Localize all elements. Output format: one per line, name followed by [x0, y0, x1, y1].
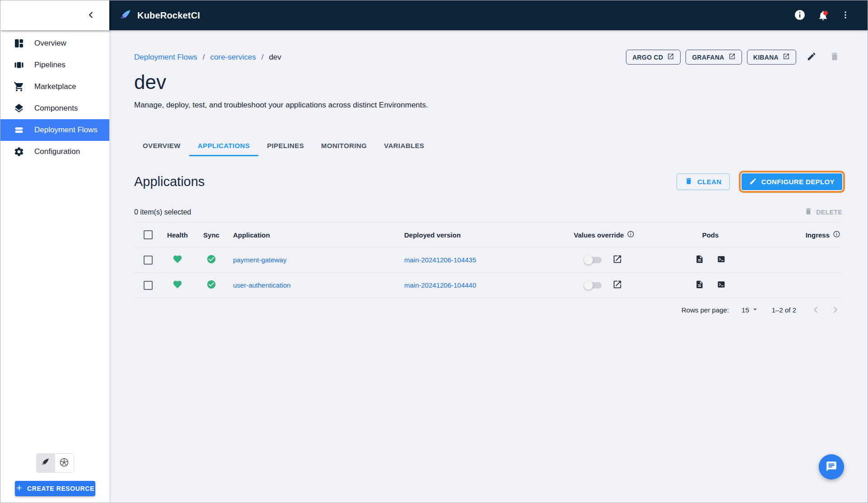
sidebar-item-configuration[interactable]: Configuration — [0, 141, 109, 163]
applications-section-header: Applications CLEAN CONFIGURE DEPLOY — [134, 173, 842, 190]
brand: KubeRocketCI — [119, 9, 200, 22]
sidebar-collapse-button[interactable] — [83, 7, 98, 24]
application-link[interactable]: payment-gateway — [233, 256, 286, 264]
breadcrumb-link-deployment-flows[interactable]: Deployment Flows — [134, 53, 197, 62]
tab-variables[interactable]: VARIABLES — [375, 136, 433, 156]
rows-per-page-select[interactable]: 15 — [742, 305, 759, 315]
row-checkbox-cell — [134, 256, 159, 265]
values-override-cell — [548, 253, 661, 266]
header-checkbox-cell — [134, 230, 159, 239]
table-row: payment-gateway main-20241206-104435 — [134, 247, 842, 273]
applications-table: Health Sync Application Deployed version… — [134, 223, 842, 298]
sync-check-circle-icon — [206, 254, 216, 266]
grafana-link-button[interactable]: GRAFANA — [686, 50, 742, 65]
pagination: Rows per page: 15 1–2 of 2 — [134, 298, 842, 321]
tab-applications[interactable]: APPLICATIONS — [189, 136, 258, 156]
rows-per-page-label: Rows per page: — [681, 306, 729, 314]
sync-cell — [196, 254, 227, 266]
kubernetes-view-button[interactable] — [55, 454, 74, 472]
open-in-new-icon — [612, 279, 622, 291]
tab-overview[interactable]: OVERVIEW — [134, 136, 189, 156]
quick-links: ARGO CD GRAFANA KIBANA — [626, 49, 842, 65]
sidebar-item-label: Pipelines — [34, 61, 65, 70]
sidebar-item-label: Marketplace — [34, 82, 76, 91]
row-checkbox-cell — [134, 281, 159, 290]
terminal-icon — [717, 255, 726, 265]
pods-cell — [661, 254, 760, 266]
argocd-link-button[interactable]: ARGO CD — [626, 50, 681, 65]
quick-link-label: GRAFANA — [692, 54, 724, 61]
breadcrumb-separator: / — [261, 53, 264, 62]
app-root: KubeRocketCI — [0, 0, 868, 503]
caret-down-icon — [751, 305, 759, 315]
sidebar-item-deployment-flows[interactable]: Deployment Flows — [0, 119, 109, 141]
open-values-button[interactable] — [611, 279, 623, 292]
sync-check-circle-icon — [206, 279, 216, 291]
sidebar-header — [0, 0, 109, 30]
tab-monitoring[interactable]: MONITORING — [313, 136, 375, 156]
row-checkbox[interactable] — [144, 256, 153, 265]
application-link[interactable]: user-authentication — [233, 281, 291, 289]
deployed-version-link[interactable]: main-20241206-104435 — [404, 256, 476, 264]
configure-deploy-button[interactable]: CONFIGURE DEPLOY — [742, 173, 842, 190]
column-values-override-label: Values override — [574, 231, 624, 239]
sidebar-item-components[interactable]: Components — [0, 98, 109, 119]
sidebar-item-overview[interactable]: Overview — [0, 33, 109, 54]
toggle-knob — [584, 256, 593, 265]
sidebar-item-marketplace[interactable]: Marketplace — [0, 76, 109, 98]
column-pods: Pods — [661, 231, 760, 239]
brand-name: KubeRocketCI — [137, 10, 200, 21]
delete-environment-button[interactable] — [827, 49, 842, 65]
pod-terminal-button[interactable] — [716, 254, 727, 266]
tab-pipelines[interactable]: PIPELINES — [258, 136, 313, 156]
health-heart-icon — [173, 254, 182, 266]
application-cell: user-authentication — [227, 281, 394, 289]
page-description: Manage, deploy, test, and troubleshoot y… — [134, 101, 842, 110]
pod-logs-button[interactable] — [694, 279, 705, 291]
sidebar-footer: CREATE RESOURCE — [0, 453, 109, 496]
deployed-version-link[interactable]: main-20241206-104440 — [404, 281, 476, 289]
sync-cell — [196, 279, 227, 291]
toggle-knob — [584, 281, 593, 290]
clean-button[interactable]: CLEAN — [677, 173, 730, 190]
chat-fab-button[interactable] — [819, 454, 844, 480]
select-all-checkbox[interactable] — [144, 230, 153, 239]
notifications-button[interactable] — [815, 7, 831, 24]
kuberocketci-view-button[interactable] — [37, 454, 55, 472]
top-bar: KubeRocketCI — [0, 0, 868, 30]
chat-bubble-icon — [826, 461, 837, 474]
quick-link-label: ARGO CD — [632, 54, 663, 61]
breadcrumb-current: dev — [269, 53, 281, 62]
top-bar-actions — [791, 6, 853, 25]
info-icon — [794, 9, 806, 22]
info-outline-icon[interactable] — [833, 230, 840, 239]
kibana-link-button[interactable]: KIBANA — [747, 50, 796, 65]
next-page-button[interactable] — [829, 303, 842, 317]
plus-icon — [15, 484, 23, 493]
values-override-toggle[interactable] — [585, 257, 602, 263]
create-resource-button[interactable]: CREATE RESOURCE — [15, 481, 95, 496]
open-values-button[interactable] — [611, 253, 623, 266]
more-menu-button[interactable] — [838, 7, 853, 24]
delete-label: DELETE — [816, 209, 842, 216]
pipelines-icon — [14, 60, 24, 70]
health-cell — [159, 254, 196, 266]
column-ingress-label: Ingress — [806, 231, 830, 239]
row-checkbox[interactable] — [144, 281, 153, 290]
pagination-controls — [809, 303, 842, 317]
breadcrumb-link-core-services[interactable]: core-services — [210, 53, 256, 62]
quick-link-label: KIBANA — [753, 54, 779, 61]
pod-logs-button[interactable] — [694, 254, 705, 266]
document-icon — [695, 280, 704, 290]
edit-environment-button[interactable] — [804, 49, 819, 65]
values-override-toggle[interactable] — [585, 282, 602, 289]
previous-page-button[interactable] — [809, 303, 822, 317]
health-heart-icon — [173, 279, 182, 291]
info-outline-icon[interactable] — [627, 230, 635, 239]
breadcrumb-separator: / — [203, 53, 205, 62]
pod-terminal-button[interactable] — [716, 279, 727, 291]
info-button[interactable] — [791, 6, 808, 25]
delete-selected-button[interactable]: DELETE — [804, 207, 842, 217]
sidebar-item-label: Deployment Flows — [34, 126, 98, 135]
sidebar-item-pipelines[interactable]: Pipelines — [0, 54, 109, 76]
